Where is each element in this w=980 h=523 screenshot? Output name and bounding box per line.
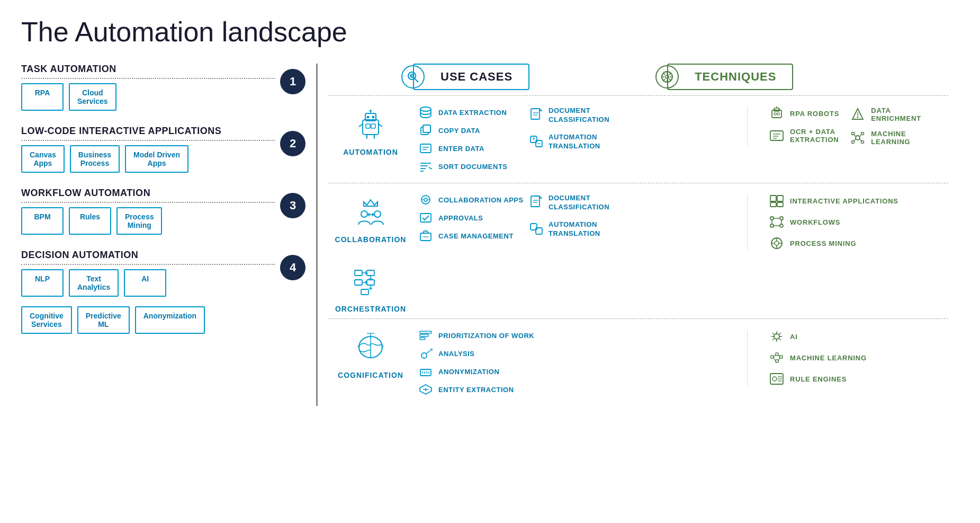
left-panel: TASK AUTOMATION RPA CloudServices 1 LOW-… (21, 64, 318, 406)
rpa-robots-icon (769, 107, 785, 120)
svg-point-77 (424, 198, 427, 201)
copy-icon (418, 125, 433, 136)
rule-engines-icon (769, 372, 785, 386)
tech-ocr-text: OCR + DATAEXTRACTION (790, 128, 839, 144)
tag-rules: Rules (69, 207, 111, 235)
uc-copy-data: COPY DATA (418, 125, 524, 136)
case-mgmt-icon (418, 230, 433, 242)
svg-rect-147 (776, 360, 778, 362)
orchestration-block: ORCHESTRATION (328, 261, 948, 318)
automation-tech-col-1: RPA ROBOTS OCR + DATAEXTRACTION (769, 107, 839, 146)
doc-class-collab-1-text: DOCUMENTCLASSIFICATION (549, 194, 609, 212)
decision-tags-row2: CognitiveServices PredictiveML Anonymiza… (21, 306, 275, 334)
svg-point-64 (852, 132, 855, 135)
tag-cognitive-services: CognitiveServices (21, 306, 72, 334)
entity-extraction-icon (418, 384, 433, 395)
cognification-icon (349, 330, 392, 367)
svg-point-17 (367, 116, 370, 118)
techniques-label: TECHNIQUES (695, 70, 776, 84)
automation-name: AUTOMATION (343, 148, 398, 156)
low-code-content: LOW-CODE INTERACTIVE APPLICATIONS Canvas… (21, 126, 275, 182)
task-automation-tags: RPA CloudServices (21, 83, 275, 111)
enter-data-icon (418, 143, 433, 154)
interactive-apps-icon (769, 194, 785, 208)
svg-rect-145 (776, 353, 778, 356)
svg-point-63 (856, 136, 860, 140)
svg-line-70 (854, 139, 856, 141)
cognification-icon-block: COGNIFICATION (328, 330, 413, 379)
svg-rect-114 (361, 289, 368, 295)
approvals-icon (418, 212, 433, 224)
orchestration-name: ORCHESTRATION (335, 305, 406, 313)
tech-machine-learning-2: MACHINE LEARNING (769, 351, 948, 365)
doc-class-automation-1: DOCUMENTCLASSIFICATION (529, 107, 646, 125)
tech-ai: AI (769, 330, 948, 343)
uc-prioritization: PRIORITIZATION OF WORK (418, 330, 742, 341)
tech-rule-engines-text: RULE ENGINES (790, 375, 847, 383)
uc-prioritization-text: PRIORITIZATION OF WORK (438, 332, 534, 340)
svg-line-142 (779, 333, 781, 335)
collaboration-icon-block: COLLABORATION (328, 194, 413, 244)
cognification-techniques: AI MACHINE LEARNING RULE ENGINES (747, 330, 948, 386)
anonymization-icon (418, 366, 433, 377)
badge-1: 1 (280, 69, 305, 94)
use-cases-label: USE CASES (440, 70, 513, 84)
svg-point-50 (774, 109, 776, 111)
page-title: The Automation landscape (21, 16, 959, 48)
svg-rect-127 (420, 369, 431, 376)
workflow-section: WORKFLOW AUTOMATION BPM Rules ProcessMin… (21, 188, 305, 244)
priority-icon (418, 330, 433, 341)
uc-enter-data: ENTER DATA (418, 143, 524, 154)
badge-4: 4 (280, 255, 305, 280)
tech-process-mining-text: PROCESS MINING (790, 240, 856, 247)
svg-point-51 (778, 109, 780, 111)
svg-point-125 (421, 353, 427, 358)
workflow-title: WORKFLOW AUTOMATION (21, 188, 275, 203)
svg-rect-15 (363, 120, 379, 135)
svg-rect-80 (420, 214, 431, 222)
svg-point-153 (772, 377, 777, 381)
tech-rpa-robots: RPA ROBOTS (769, 107, 839, 120)
collaboration-name: COLLABORATION (335, 235, 407, 244)
svg-line-68 (854, 135, 856, 137)
collab-techniques: INTERACTIVE APPLICATIONS WORKFLOWS PROCE… (747, 194, 948, 250)
cogn-uc-col: PRIORITIZATION OF WORK ANALYSIS (418, 330, 742, 395)
svg-point-93 (780, 217, 783, 220)
page: The Automation landscape TASK AUTOMATION… (0, 0, 980, 523)
svg-line-151 (778, 358, 780, 361)
tech-machine-learning-1-text: MACHINELEARNING (871, 130, 910, 146)
decision-tags-row1: NLP TextAnalytics AI (21, 269, 275, 297)
svg-rect-88 (770, 196, 776, 201)
ai-icon (769, 330, 785, 343)
use-cases-box: USE CASES (413, 64, 529, 90)
svg-line-69 (859, 135, 861, 137)
svg-point-94 (770, 224, 774, 227)
collab-uc-col: COLLABORATION APPS APPROVALS (418, 194, 524, 242)
svg-line-143 (772, 339, 775, 341)
uc-data-extraction-text: DATA EXTRACTION (438, 109, 507, 117)
orchestration-icon (349, 263, 392, 300)
automation-row: AUTOMATION DATA EXTRACTION (328, 95, 948, 183)
collab-apps-icon (418, 194, 433, 206)
uc-entity-extraction-text: ENTITY EXTRACTION (438, 386, 514, 394)
svg-line-71 (859, 139, 861, 141)
svg-rect-56 (770, 131, 783, 140)
svg-point-101 (775, 241, 779, 245)
tag-model-driven-apps: Model DrivenApps (125, 145, 188, 173)
tech-ai-text: AI (790, 333, 798, 341)
svg-rect-25 (366, 124, 370, 128)
tag-bpm: BPM (21, 207, 64, 235)
uc-analysis-text: ANALYSIS (438, 350, 475, 358)
svg-rect-122 (420, 331, 431, 333)
svg-line-24 (379, 124, 382, 127)
automation-tech-col-2: DATAENRICHMENT MACHINELEARNING (850, 107, 921, 146)
automation-use-cases: DATA EXTRACTION COPY DATA (413, 107, 747, 172)
uc-entity-extraction: ENTITY EXTRACTION (418, 384, 742, 395)
uc-copy-data-text: COPY DATA (438, 127, 480, 135)
svg-rect-90 (770, 202, 776, 207)
decision-content: DECISION AUTOMATION NLP TextAnalytics AI… (21, 250, 275, 343)
doc-class-automation-1-text: DOCUMENTCLASSIFICATION (549, 107, 609, 125)
svg-rect-33 (420, 144, 431, 153)
tag-nlp: NLP (21, 269, 64, 297)
tech-machine-learning-1: MACHINELEARNING (850, 130, 921, 146)
